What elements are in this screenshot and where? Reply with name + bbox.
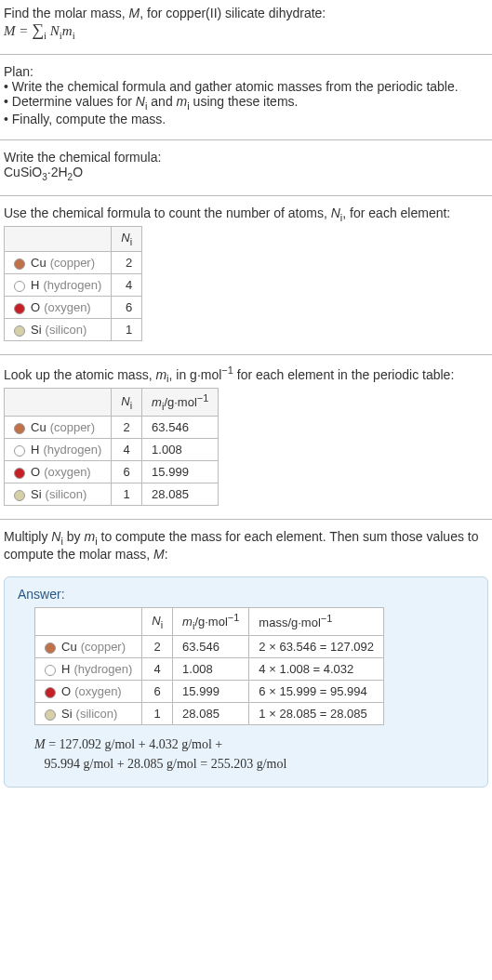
masses-heading: Look up the atomic mass, mi, in g·mol−1 … [4, 364, 488, 384]
n-cell: 1 [142, 703, 173, 725]
element-swatch-icon [45, 709, 56, 721]
table-row: Si(silicon) 1 28.085 [5, 483, 219, 506]
table-row: O(oxygen) 6 [5, 296, 142, 318]
answer-label: Answer: [18, 587, 474, 602]
table-row: Si(silicon) 1 28.085 1 × 28.085 = 28.085 [35, 703, 384, 725]
element-cell: O(oxygen) [35, 681, 142, 703]
element-swatch-icon [14, 423, 25, 434]
n-cell: 2 [112, 417, 142, 439]
element-swatch-icon [14, 445, 25, 457]
table-row: Si(silicon) 1 [5, 318, 142, 340]
divider [0, 139, 492, 140]
intro-line: Find the molar mass, M, for copper(II) s… [4, 6, 488, 20]
table-header-row: Ni mi/g·mol−1 [5, 389, 219, 417]
n-cell: 6 [112, 461, 142, 483]
divider [0, 519, 492, 520]
table-header-row: Ni mi/g·mol−1 mass/g·mol−1 [35, 608, 384, 636]
divider [0, 195, 492, 196]
m-cell: 1.008 [142, 439, 219, 461]
divider [0, 54, 492, 55]
m-cell: 63.546 [173, 636, 249, 658]
element-swatch-icon [14, 468, 25, 479]
table-header [5, 389, 112, 417]
count-heading: Use the chemical formula to count the nu… [4, 205, 488, 223]
n-cell: 1 [112, 318, 142, 340]
table-row: H(hydrogen) 4 1.008 [5, 439, 219, 461]
n-cell: 4 [112, 439, 142, 461]
m-cell: 28.085 [142, 483, 219, 506]
element-swatch-icon [14, 325, 25, 337]
multiply-heading: Multiply Ni by mi to compute the mass fo… [4, 529, 488, 562]
masses-table: Ni mi/g·mol−1 Cu(copper) 2 63.546 H(hydr… [4, 388, 219, 506]
plan-section: Plan: • Write the chemical formula and g… [0, 59, 492, 136]
n-cell: 2 [142, 636, 173, 658]
table-row: O(oxygen) 6 15.999 6 × 15.999 = 95.994 [35, 681, 384, 703]
element-swatch-icon [14, 303, 25, 314]
final-equation: M = 127.092 g/mol + 4.032 g/mol + 95.994… [18, 735, 474, 774]
element-cell: O(oxygen) [5, 461, 112, 483]
table-header: Ni [142, 608, 173, 636]
element-cell: O(oxygen) [5, 296, 112, 318]
element-cell: H(hydrogen) [5, 439, 112, 461]
table-row: O(oxygen) 6 15.999 [5, 461, 219, 483]
chemformula-heading: Write the chemical formula: [4, 150, 488, 165]
table-header: mass/g·mol−1 [249, 608, 384, 636]
mass-cell: 6 × 15.999 = 95.994 [249, 681, 384, 703]
divider [0, 354, 492, 355]
table-header [35, 608, 142, 636]
n-cell: 4 [142, 658, 173, 681]
table-row: H(hydrogen) 4 1.008 4 × 1.008 = 4.032 [35, 658, 384, 681]
answer-box: Answer: Ni mi/g·mol−1 mass/g·mol−1 Cu(co… [4, 576, 488, 788]
table-header-row: Ni [5, 227, 142, 252]
element-cell: Cu(copper) [5, 251, 112, 273]
count-table: Ni Cu(copper) 2 H(hydrogen) 4 O(oxygen) … [4, 226, 142, 341]
m-cell: 28.085 [173, 703, 249, 725]
mass-cell: 4 × 1.008 = 4.032 [249, 658, 384, 681]
chemformula-section: Write the chemical formula: CuSiO3·2H2O [0, 144, 492, 192]
element-cell: Cu(copper) [35, 636, 142, 658]
n-cell: 2 [112, 251, 142, 273]
table-row: Cu(copper) 2 63.546 [5, 417, 219, 439]
n-cell: 4 [112, 273, 142, 296]
element-swatch-icon [45, 642, 56, 654]
table-header: Ni [112, 227, 142, 252]
intro-equation: M = ∑i Nimi [4, 20, 488, 41]
table-header: mi/g·mol−1 [173, 608, 249, 636]
mass-cell: 1 × 28.085 = 28.085 [249, 703, 384, 725]
n-cell: 6 [112, 296, 142, 318]
table-header: Ni [112, 389, 142, 417]
element-cell: Si(silicon) [35, 703, 142, 725]
mass-cell: 2 × 63.546 = 127.092 [249, 636, 384, 658]
plan-heading: Plan: [4, 64, 488, 79]
element-swatch-icon [14, 258, 25, 270]
element-cell: H(hydrogen) [35, 658, 142, 681]
element-cell: Si(silicon) [5, 318, 112, 340]
masses-section: Look up the atomic mass, mi, in g·mol−1 … [0, 359, 492, 515]
plan-bullet: • Finally, compute the mass. [4, 112, 488, 126]
element-swatch-icon [45, 665, 56, 676]
plan-bullet: • Write the chemical formula and gather … [4, 79, 488, 94]
n-cell: 6 [142, 681, 173, 703]
answer-table: Ni mi/g·mol−1 mass/g·mol−1 Cu(copper) 2 … [34, 607, 384, 725]
chemical-formula: CuSiO3·2H2O [4, 165, 488, 182]
plan-bullet: • Determine values for Ni and mi using t… [4, 94, 488, 112]
count-section: Use the chemical formula to count the nu… [0, 200, 492, 351]
m-cell: 15.999 [142, 461, 219, 483]
intro-section: Find the molar mass, M, for copper(II) s… [0, 0, 492, 50]
table-row: H(hydrogen) 4 [5, 273, 142, 296]
n-cell: 1 [112, 483, 142, 506]
multiply-section: Multiply Ni by mi to compute the mass fo… [0, 523, 492, 571]
table-header: mi/g·mol−1 [142, 389, 219, 417]
element-swatch-icon [45, 687, 56, 698]
m-cell: 63.546 [142, 417, 219, 439]
element-swatch-icon [14, 281, 25, 292]
element-cell: H(hydrogen) [5, 273, 112, 296]
m-cell: 15.999 [173, 681, 249, 703]
element-swatch-icon [14, 490, 25, 501]
element-cell: Cu(copper) [5, 417, 112, 439]
table-row: Cu(copper) 2 63.546 2 × 63.546 = 127.092 [35, 636, 384, 658]
element-cell: Si(silicon) [5, 483, 112, 506]
table-row: Cu(copper) 2 [5, 251, 142, 273]
table-header [5, 227, 112, 252]
m-cell: 1.008 [173, 658, 249, 681]
